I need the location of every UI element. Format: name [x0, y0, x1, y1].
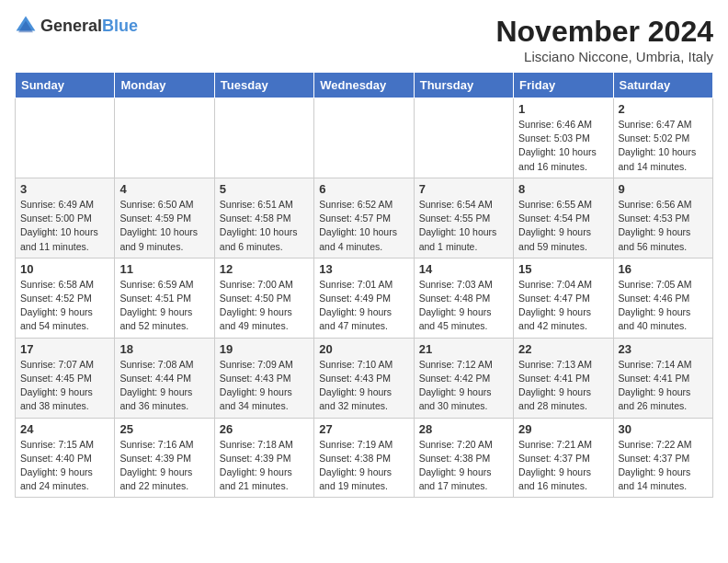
day-number: 6: [319, 182, 408, 196]
day-number: 17: [20, 342, 109, 356]
day-info: Sunrise: 7:09 AM Sunset: 4:43 PM Dayligh…: [220, 358, 309, 414]
day-cell: 25Sunrise: 7:16 AM Sunset: 4:39 PM Dayli…: [115, 418, 214, 498]
logo: GeneralBlue: [15, 15, 138, 37]
header-cell-thursday: Thursday: [414, 73, 513, 98]
day-number: 16: [619, 262, 708, 276]
header: GeneralBlue November 2024 Lisciano Nicco…: [15, 15, 713, 64]
week-row-1: 1Sunrise: 6:46 AM Sunset: 5:03 PM Daylig…: [16, 98, 713, 178]
day-number: 4: [119, 182, 209, 196]
day-cell: 1Sunrise: 6:46 AM Sunset: 5:03 PM Daylig…: [514, 98, 613, 178]
day-cell: 20Sunrise: 7:10 AM Sunset: 4:43 PM Dayli…: [314, 338, 414, 418]
day-cell: 11Sunrise: 6:59 AM Sunset: 4:51 PM Dayli…: [115, 258, 214, 338]
day-info: Sunrise: 6:55 AM Sunset: 4:54 PM Dayligh…: [518, 198, 608, 254]
day-number: 22: [518, 342, 608, 356]
day-cell: 7Sunrise: 6:54 AM Sunset: 4:55 PM Daylig…: [414, 178, 513, 258]
day-info: Sunrise: 7:04 AM Sunset: 4:47 PM Dayligh…: [518, 278, 608, 334]
day-number: 3: [20, 182, 109, 196]
day-cell: 12Sunrise: 7:00 AM Sunset: 4:50 PM Dayli…: [214, 258, 313, 338]
day-cell: [314, 98, 414, 178]
day-number: 5: [220, 182, 309, 196]
day-info: Sunrise: 7:07 AM Sunset: 4:45 PM Dayligh…: [20, 358, 109, 414]
day-number: 20: [319, 342, 408, 356]
day-info: Sunrise: 7:05 AM Sunset: 4:46 PM Dayligh…: [619, 278, 708, 334]
day-number: 21: [419, 342, 508, 356]
day-info: Sunrise: 7:22 AM Sunset: 4:37 PM Dayligh…: [619, 438, 708, 494]
day-number: 9: [619, 182, 708, 196]
header-cell-monday: Monday: [115, 73, 214, 98]
day-cell: 18Sunrise: 7:08 AM Sunset: 4:44 PM Dayli…: [115, 338, 214, 418]
day-cell: 27Sunrise: 7:19 AM Sunset: 4:38 PM Dayli…: [314, 418, 414, 498]
day-number: 25: [119, 422, 209, 436]
logo-icon: [15, 15, 37, 37]
week-row-4: 17Sunrise: 7:07 AM Sunset: 4:45 PM Dayli…: [16, 338, 713, 418]
calendar-body: 1Sunrise: 6:46 AM Sunset: 5:03 PM Daylig…: [16, 98, 713, 498]
logo-text-general: General: [40, 17, 102, 35]
day-number: 23: [619, 342, 708, 356]
week-row-5: 24Sunrise: 7:15 AM Sunset: 4:40 PM Dayli…: [16, 418, 713, 498]
calendar-header-row: SundayMondayTuesdayWednesdayThursdayFrid…: [16, 73, 713, 98]
day-cell: [115, 98, 214, 178]
day-number: 30: [619, 422, 708, 436]
day-cell: 29Sunrise: 7:21 AM Sunset: 4:37 PM Dayli…: [514, 418, 613, 498]
day-cell: 17Sunrise: 7:07 AM Sunset: 4:45 PM Dayli…: [16, 338, 115, 418]
day-number: 18: [119, 342, 209, 356]
day-cell: 26Sunrise: 7:18 AM Sunset: 4:39 PM Dayli…: [214, 418, 313, 498]
day-info: Sunrise: 6:56 AM Sunset: 4:53 PM Dayligh…: [619, 198, 708, 254]
day-cell: 24Sunrise: 7:15 AM Sunset: 4:40 PM Dayli…: [16, 418, 115, 498]
day-cell: 5Sunrise: 6:51 AM Sunset: 4:58 PM Daylig…: [214, 178, 313, 258]
day-cell: 22Sunrise: 7:13 AM Sunset: 4:41 PM Dayli…: [514, 338, 613, 418]
day-cell: 8Sunrise: 6:55 AM Sunset: 4:54 PM Daylig…: [514, 178, 613, 258]
day-cell: 19Sunrise: 7:09 AM Sunset: 4:43 PM Dayli…: [214, 338, 313, 418]
day-info: Sunrise: 7:15 AM Sunset: 4:40 PM Dayligh…: [20, 438, 109, 494]
day-cell: [214, 98, 313, 178]
header-cell-wednesday: Wednesday: [314, 73, 414, 98]
day-number: 27: [319, 422, 408, 436]
week-row-3: 10Sunrise: 6:58 AM Sunset: 4:52 PM Dayli…: [16, 258, 713, 338]
day-number: 28: [419, 422, 508, 436]
day-cell: 10Sunrise: 6:58 AM Sunset: 4:52 PM Dayli…: [16, 258, 115, 338]
location-subtitle: Lisciano Niccone, Umbria, Italy: [495, 49, 713, 64]
day-number: 11: [119, 262, 209, 276]
day-info: Sunrise: 6:50 AM Sunset: 4:59 PM Dayligh…: [119, 198, 209, 254]
day-info: Sunrise: 7:16 AM Sunset: 4:39 PM Dayligh…: [119, 438, 209, 494]
day-number: 10: [20, 262, 109, 276]
day-info: Sunrise: 7:08 AM Sunset: 4:44 PM Dayligh…: [119, 358, 209, 414]
logo-text-blue: Blue: [102, 17, 138, 35]
day-info: Sunrise: 6:49 AM Sunset: 5:00 PM Dayligh…: [20, 198, 109, 254]
day-number: 8: [518, 182, 608, 196]
day-cell: 13Sunrise: 7:01 AM Sunset: 4:49 PM Dayli…: [314, 258, 414, 338]
day-cell: 28Sunrise: 7:20 AM Sunset: 4:38 PM Dayli…: [414, 418, 513, 498]
day-info: Sunrise: 7:03 AM Sunset: 4:48 PM Dayligh…: [419, 278, 508, 334]
day-number: 1: [518, 102, 608, 116]
day-info: Sunrise: 6:54 AM Sunset: 4:55 PM Dayligh…: [419, 198, 508, 254]
day-cell: 30Sunrise: 7:22 AM Sunset: 4:37 PM Dayli…: [613, 418, 712, 498]
header-cell-tuesday: Tuesday: [214, 73, 313, 98]
day-info: Sunrise: 7:10 AM Sunset: 4:43 PM Dayligh…: [319, 358, 408, 414]
header-cell-sunday: Sunday: [16, 73, 115, 98]
day-number: 14: [419, 262, 508, 276]
day-number: 26: [220, 422, 309, 436]
week-row-2: 3Sunrise: 6:49 AM Sunset: 5:00 PM Daylig…: [16, 178, 713, 258]
day-number: 15: [518, 262, 608, 276]
day-cell: 6Sunrise: 6:52 AM Sunset: 4:57 PM Daylig…: [314, 178, 414, 258]
day-info: Sunrise: 7:18 AM Sunset: 4:39 PM Dayligh…: [220, 438, 309, 494]
day-number: 19: [220, 342, 309, 356]
day-info: Sunrise: 7:01 AM Sunset: 4:49 PM Dayligh…: [319, 278, 408, 334]
day-info: Sunrise: 6:47 AM Sunset: 5:02 PM Dayligh…: [619, 118, 708, 174]
day-number: 7: [419, 182, 508, 196]
day-number: 24: [20, 422, 109, 436]
day-cell: 23Sunrise: 7:14 AM Sunset: 4:41 PM Dayli…: [613, 338, 712, 418]
day-cell: 16Sunrise: 7:05 AM Sunset: 4:46 PM Dayli…: [613, 258, 712, 338]
title-area: November 2024 Lisciano Niccone, Umbria, …: [495, 15, 713, 64]
day-cell: [16, 98, 115, 178]
day-info: Sunrise: 7:00 AM Sunset: 4:50 PM Dayligh…: [220, 278, 309, 334]
day-cell: 4Sunrise: 6:50 AM Sunset: 4:59 PM Daylig…: [115, 178, 214, 258]
day-cell: 15Sunrise: 7:04 AM Sunset: 4:47 PM Dayli…: [514, 258, 613, 338]
day-info: Sunrise: 6:52 AM Sunset: 4:57 PM Dayligh…: [319, 198, 408, 254]
day-info: Sunrise: 6:59 AM Sunset: 4:51 PM Dayligh…: [119, 278, 209, 334]
day-number: 2: [619, 102, 708, 116]
day-number: 12: [220, 262, 309, 276]
header-cell-saturday: Saturday: [613, 73, 712, 98]
day-cell: 21Sunrise: 7:12 AM Sunset: 4:42 PM Dayli…: [414, 338, 513, 418]
day-cell: 9Sunrise: 6:56 AM Sunset: 4:53 PM Daylig…: [613, 178, 712, 258]
